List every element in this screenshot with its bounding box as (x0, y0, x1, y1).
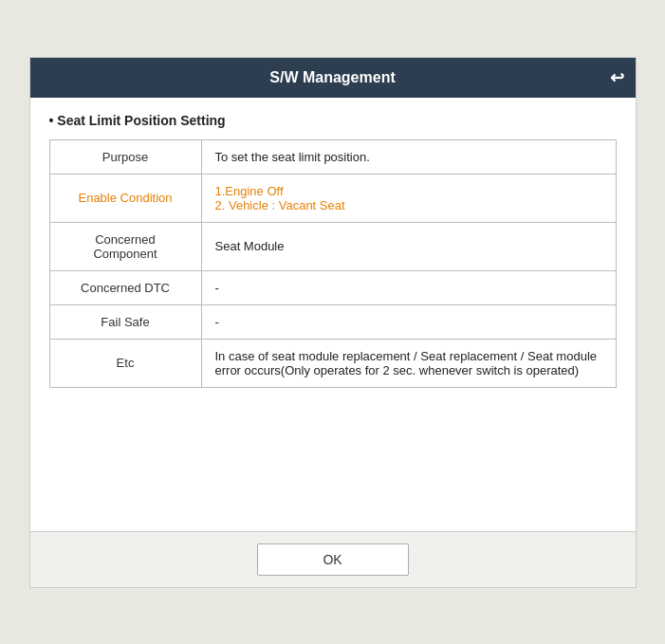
dialog-title: S/W Management (269, 69, 395, 86)
row-value-enable-condition: 1.Engine Off 2. Vehicle : Vacant Seat (201, 174, 616, 222)
row-value-etc: In case of seat module replacement / Sea… (201, 339, 616, 387)
row-label-etc: Etc (49, 339, 201, 387)
row-label-fail-safe: Fail Safe (49, 304, 201, 339)
table-row: Enable Condition 1.Engine Off 2. Vehicle… (49, 174, 616, 222)
row-label-concerned-dtc: Concerned DTC (49, 270, 201, 304)
enable-condition-line2: 2. Vehicle : Vacant Seat (215, 198, 345, 212)
row-label-concerned-component: ConcernedComponent (49, 222, 201, 270)
row-value-purpose: To set the seat limit position. (201, 139, 616, 174)
row-value-fail-safe: - (201, 304, 616, 339)
dialog-container: S/W Management ↩ • Seat Limit Position S… (29, 57, 637, 588)
enable-condition-line1: 1.Engine Off (215, 184, 284, 198)
table-row: Etc In case of seat module replacement /… (49, 339, 616, 387)
row-value-concerned-dtc: - (201, 270, 616, 304)
info-table: Purpose To set the seat limit position. … (49, 139, 617, 388)
row-value-concerned-component: Seat Module (201, 222, 616, 270)
row-label-enable-condition: Enable Condition (49, 174, 201, 222)
table-row: Purpose To set the seat limit position. (49, 139, 616, 174)
table-row: ConcernedComponent Seat Module (49, 222, 616, 270)
back-button[interactable]: ↩ (610, 67, 624, 88)
section-title: • Seat Limit Position Setting (49, 113, 617, 128)
table-row: Concerned DTC - (49, 270, 616, 304)
table-row: Fail Safe - (49, 304, 616, 339)
ok-button[interactable]: OK (257, 543, 409, 576)
dialog-footer: OK (30, 531, 636, 587)
row-label-purpose: Purpose (49, 139, 201, 174)
dialog-body: • Seat Limit Position Setting Purpose To… (30, 98, 636, 531)
dialog-header: S/W Management ↩ (30, 58, 636, 98)
